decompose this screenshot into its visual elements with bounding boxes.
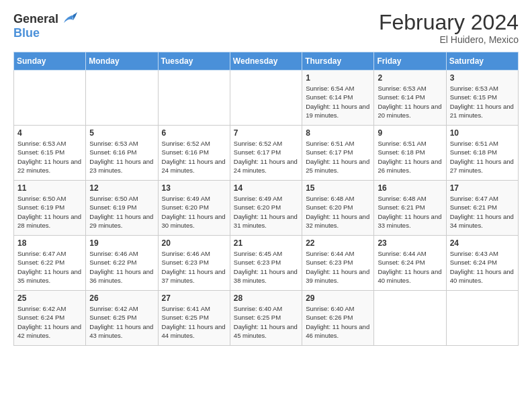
day-number: 17	[450, 183, 515, 193]
day-number: 14	[234, 183, 298, 193]
day-number: 6	[162, 128, 226, 138]
calendar-cell: 3Sunrise: 6:53 AMSunset: 6:15 PMDaylight…	[446, 71, 518, 126]
day-number: 12	[89, 183, 154, 193]
title-block: February 2024 El Huidero, Mexico	[379, 11, 519, 45]
day-info: Sunrise: 6:50 AMSunset: 6:19 PMDaylight:…	[17, 194, 82, 230]
calendar-cell: 29Sunrise: 6:40 AMSunset: 6:26 PMDayligh…	[302, 291, 374, 346]
day-header-monday: Monday	[86, 52, 158, 71]
day-info: Sunrise: 6:52 AMSunset: 6:17 PMDaylight:…	[234, 139, 298, 175]
calendar-cell: 9Sunrise: 6:51 AMSunset: 6:18 PMDaylight…	[374, 126, 446, 181]
day-info: Sunrise: 6:40 AMSunset: 6:26 PMDaylight:…	[306, 304, 370, 340]
day-number: 15	[306, 183, 370, 193]
day-info: Sunrise: 6:50 AMSunset: 6:19 PMDaylight:…	[89, 194, 154, 230]
calendar-cell: 6Sunrise: 6:52 AMSunset: 6:16 PMDaylight…	[158, 126, 230, 181]
calendar-cell	[446, 291, 518, 346]
day-header-wednesday: Wednesday	[230, 52, 302, 71]
calendar-cell: 11Sunrise: 6:50 AMSunset: 6:19 PMDayligh…	[14, 181, 86, 236]
day-info: Sunrise: 6:46 AMSunset: 6:22 PMDaylight:…	[89, 249, 154, 285]
day-number: 22	[306, 238, 370, 248]
day-info: Sunrise: 6:53 AMSunset: 6:16 PMDaylight:…	[89, 139, 154, 175]
day-number: 5	[89, 128, 154, 138]
day-number: 19	[89, 238, 154, 248]
day-info: Sunrise: 6:49 AMSunset: 6:20 PMDaylight:…	[162, 194, 226, 230]
calendar-cell: 19Sunrise: 6:46 AMSunset: 6:22 PMDayligh…	[86, 236, 158, 291]
calendar-cell: 23Sunrise: 6:44 AMSunset: 6:24 PMDayligh…	[374, 236, 446, 291]
day-number: 26	[89, 293, 154, 303]
calendar-cell: 7Sunrise: 6:52 AMSunset: 6:17 PMDaylight…	[230, 126, 302, 181]
day-info: Sunrise: 6:42 AMSunset: 6:25 PMDaylight:…	[89, 304, 154, 340]
day-info: Sunrise: 6:51 AMSunset: 6:18 PMDaylight:…	[378, 139, 442, 175]
calendar-cell	[230, 71, 302, 126]
week-row-0: 1Sunrise: 6:54 AMSunset: 6:14 PMDaylight…	[14, 71, 519, 126]
calendar-cell: 28Sunrise: 6:40 AMSunset: 6:25 PMDayligh…	[230, 291, 302, 346]
day-number: 4	[17, 128, 82, 138]
calendar-cell	[86, 71, 158, 126]
week-row-4: 25Sunrise: 6:42 AMSunset: 6:24 PMDayligh…	[14, 291, 519, 346]
calendar-subtitle: El Huidero, Mexico	[379, 34, 519, 45]
calendar-cell: 8Sunrise: 6:51 AMSunset: 6:17 PMDaylight…	[302, 126, 374, 181]
calendar-cell: 24Sunrise: 6:43 AMSunset: 6:24 PMDayligh…	[446, 236, 518, 291]
calendar-cell: 22Sunrise: 6:44 AMSunset: 6:23 PMDayligh…	[302, 236, 374, 291]
calendar-cell: 17Sunrise: 6:47 AMSunset: 6:21 PMDayligh…	[446, 181, 518, 236]
day-header-friday: Friday	[374, 52, 446, 71]
calendar-cell: 4Sunrise: 6:53 AMSunset: 6:15 PMDaylight…	[14, 126, 86, 181]
day-number: 8	[306, 128, 370, 138]
logo: General Blue	[13, 11, 79, 40]
day-number: 29	[306, 293, 370, 303]
calendar-cell: 5Sunrise: 6:53 AMSunset: 6:16 PMDaylight…	[86, 126, 158, 181]
day-header-thursday: Thursday	[302, 52, 374, 71]
day-number: 9	[378, 128, 442, 138]
calendar-cell: 20Sunrise: 6:46 AMSunset: 6:23 PMDayligh…	[158, 236, 230, 291]
day-info: Sunrise: 6:49 AMSunset: 6:20 PMDaylight:…	[234, 194, 298, 230]
day-info: Sunrise: 6:52 AMSunset: 6:16 PMDaylight:…	[162, 139, 226, 175]
logo-blue-text: Blue	[13, 26, 40, 40]
calendar-cell: 18Sunrise: 6:47 AMSunset: 6:22 PMDayligh…	[14, 236, 86, 291]
day-info: Sunrise: 6:53 AMSunset: 6:15 PMDaylight:…	[450, 84, 515, 120]
day-number: 1	[306, 73, 370, 83]
day-info: Sunrise: 6:53 AMSunset: 6:14 PMDaylight:…	[378, 84, 442, 120]
day-info: Sunrise: 6:44 AMSunset: 6:23 PMDaylight:…	[306, 249, 370, 285]
page: General Blue February 2024 El Huidero, M…	[0, 0, 532, 411]
day-info: Sunrise: 6:41 AMSunset: 6:25 PMDaylight:…	[162, 304, 226, 340]
header: General Blue February 2024 El Huidero, M…	[13, 11, 519, 45]
day-info: Sunrise: 6:48 AMSunset: 6:20 PMDaylight:…	[306, 194, 370, 230]
calendar-cell: 26Sunrise: 6:42 AMSunset: 6:25 PMDayligh…	[86, 291, 158, 346]
calendar-cell: 25Sunrise: 6:42 AMSunset: 6:24 PMDayligh…	[14, 291, 86, 346]
day-number: 25	[17, 293, 82, 303]
day-header-sunday: Sunday	[14, 52, 86, 71]
calendar-cell: 15Sunrise: 6:48 AMSunset: 6:20 PMDayligh…	[302, 181, 374, 236]
day-header-saturday: Saturday	[446, 52, 518, 71]
day-number: 21	[234, 238, 298, 248]
calendar-cell: 12Sunrise: 6:50 AMSunset: 6:19 PMDayligh…	[86, 181, 158, 236]
calendar-cell: 21Sunrise: 6:45 AMSunset: 6:23 PMDayligh…	[230, 236, 302, 291]
day-number: 20	[162, 238, 226, 248]
day-header-tuesday: Tuesday	[158, 52, 230, 71]
day-number: 7	[234, 128, 298, 138]
day-number: 23	[378, 238, 442, 248]
days-header-row: SundayMondayTuesdayWednesdayThursdayFrid…	[14, 52, 519, 71]
day-info: Sunrise: 6:53 AMSunset: 6:15 PMDaylight:…	[17, 139, 82, 175]
day-number: 24	[450, 238, 515, 248]
day-number: 13	[162, 183, 226, 193]
day-number: 10	[450, 128, 515, 138]
logo-bird-icon	[60, 11, 79, 27]
calendar-cell	[158, 71, 230, 126]
day-number: 16	[378, 183, 442, 193]
day-info: Sunrise: 6:47 AMSunset: 6:21 PMDaylight:…	[450, 194, 515, 230]
calendar-cell: 16Sunrise: 6:48 AMSunset: 6:21 PMDayligh…	[374, 181, 446, 236]
day-info: Sunrise: 6:43 AMSunset: 6:24 PMDaylight:…	[450, 249, 515, 285]
calendar-cell: 1Sunrise: 6:54 AMSunset: 6:14 PMDaylight…	[302, 71, 374, 126]
calendar-table: SundayMondayTuesdayWednesdayThursdayFrid…	[13, 52, 519, 346]
calendar-cell	[374, 291, 446, 346]
day-info: Sunrise: 6:51 AMSunset: 6:17 PMDaylight:…	[306, 139, 370, 175]
day-info: Sunrise: 6:54 AMSunset: 6:14 PMDaylight:…	[306, 84, 370, 120]
calendar-cell: 10Sunrise: 6:51 AMSunset: 6:18 PMDayligh…	[446, 126, 518, 181]
day-info: Sunrise: 6:44 AMSunset: 6:24 PMDaylight:…	[378, 249, 442, 285]
day-number: 18	[17, 238, 82, 248]
week-row-3: 18Sunrise: 6:47 AMSunset: 6:22 PMDayligh…	[14, 236, 519, 291]
day-info: Sunrise: 6:47 AMSunset: 6:22 PMDaylight:…	[17, 249, 82, 285]
day-number: 11	[17, 183, 82, 193]
week-row-1: 4Sunrise: 6:53 AMSunset: 6:15 PMDaylight…	[14, 126, 519, 181]
calendar-cell: 27Sunrise: 6:41 AMSunset: 6:25 PMDayligh…	[158, 291, 230, 346]
day-info: Sunrise: 6:51 AMSunset: 6:18 PMDaylight:…	[450, 139, 515, 175]
